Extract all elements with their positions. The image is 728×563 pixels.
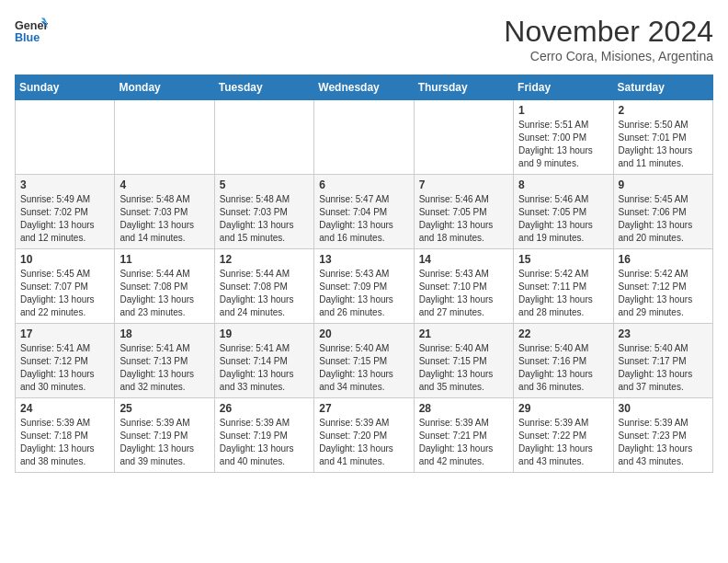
day-info: Sunrise: 5:48 AM Sunset: 7:03 PM Dayligh… — [220, 193, 309, 245]
calendar-cell: 21Sunrise: 5:40 AM Sunset: 7:15 PM Dayli… — [414, 324, 513, 398]
day-info: Sunrise: 5:41 AM Sunset: 7:14 PM Dayligh… — [220, 342, 309, 394]
day-number: 15 — [518, 253, 608, 266]
calendar-cell: 4Sunrise: 5:48 AM Sunset: 7:03 PM Daylig… — [115, 175, 214, 249]
day-info: Sunrise: 5:39 AM Sunset: 7:20 PM Dayligh… — [319, 417, 408, 468]
calendar-cell: 14Sunrise: 5:43 AM Sunset: 7:10 PM Dayli… — [414, 249, 513, 324]
day-number: 27 — [319, 402, 408, 415]
day-info: Sunrise: 5:40 AM Sunset: 7:15 PM Dayligh… — [419, 342, 508, 394]
calendar-cell: 23Sunrise: 5:40 AM Sunset: 7:17 PM Dayli… — [613, 324, 712, 398]
title-block: November 2024 Cerro Cora, Misiones, Arge… — [504, 15, 713, 63]
calendar-cell: 28Sunrise: 5:39 AM Sunset: 7:21 PM Dayli… — [414, 398, 513, 473]
day-number: 10 — [20, 253, 109, 266]
day-number: 22 — [518, 327, 608, 340]
calendar-cell: 7Sunrise: 5:46 AM Sunset: 7:05 PM Daylig… — [414, 175, 513, 249]
logo: General Blue — [15, 15, 48, 48]
calendar-cell: 2Sunrise: 5:50 AM Sunset: 7:01 PM Daylig… — [613, 100, 712, 175]
day-number: 12 — [220, 253, 309, 266]
day-info: Sunrise: 5:43 AM Sunset: 7:09 PM Dayligh… — [319, 268, 408, 319]
week-row-3: 17Sunrise: 5:41 AM Sunset: 7:12 PM Dayli… — [16, 324, 713, 398]
day-number: 25 — [119, 402, 209, 415]
calendar-cell: 12Sunrise: 5:44 AM Sunset: 7:08 PM Dayli… — [214, 249, 313, 324]
week-row-1: 3Sunrise: 5:49 AM Sunset: 7:02 PM Daylig… — [16, 175, 713, 249]
day-number: 26 — [220, 402, 309, 415]
day-number: 1 — [518, 104, 608, 117]
calendar-cell: 3Sunrise: 5:49 AM Sunset: 7:02 PM Daylig… — [16, 175, 115, 249]
day-number: 19 — [220, 327, 309, 340]
day-info: Sunrise: 5:39 AM Sunset: 7:22 PM Dayligh… — [518, 417, 608, 468]
day-info: Sunrise: 5:45 AM Sunset: 7:07 PM Dayligh… — [20, 268, 109, 319]
calendar-cell: 15Sunrise: 5:42 AM Sunset: 7:11 PM Dayli… — [514, 249, 613, 324]
calendar-cell: 22Sunrise: 5:40 AM Sunset: 7:16 PM Dayli… — [514, 324, 613, 398]
weekday-header-row: SundayMondayTuesdayWednesdayThursdayFrid… — [16, 75, 713, 100]
day-number: 4 — [119, 178, 209, 191]
day-info: Sunrise: 5:39 AM Sunset: 7:18 PM Dayligh… — [20, 417, 109, 468]
day-info: Sunrise: 5:41 AM Sunset: 7:13 PM Dayligh… — [119, 342, 209, 394]
week-row-2: 10Sunrise: 5:45 AM Sunset: 7:07 PM Dayli… — [16, 249, 713, 324]
day-number: 6 — [319, 178, 408, 191]
day-number: 30 — [619, 402, 708, 415]
calendar-cell — [414, 100, 513, 175]
calendar-cell — [16, 100, 115, 175]
calendar-cell: 9Sunrise: 5:45 AM Sunset: 7:06 PM Daylig… — [613, 175, 712, 249]
day-number: 18 — [119, 327, 209, 340]
calendar-cell: 5Sunrise: 5:48 AM Sunset: 7:03 PM Daylig… — [214, 175, 313, 249]
week-row-4: 24Sunrise: 5:39 AM Sunset: 7:18 PM Dayli… — [16, 398, 713, 473]
day-number: 24 — [20, 402, 109, 415]
calendar-cell: 11Sunrise: 5:44 AM Sunset: 7:08 PM Dayli… — [115, 249, 214, 324]
weekday-header-wednesday: Wednesday — [314, 75, 414, 100]
day-number: 16 — [619, 253, 708, 266]
weekday-header-friday: Friday — [514, 75, 613, 100]
logo-icon: General Blue — [15, 15, 48, 48]
day-number: 2 — [619, 104, 708, 117]
day-info: Sunrise: 5:41 AM Sunset: 7:12 PM Dayligh… — [20, 342, 109, 394]
day-number: 20 — [319, 327, 408, 340]
day-info: Sunrise: 5:42 AM Sunset: 7:12 PM Dayligh… — [619, 268, 708, 319]
day-info: Sunrise: 5:40 AM Sunset: 7:16 PM Dayligh… — [518, 342, 608, 394]
calendar-cell: 30Sunrise: 5:39 AM Sunset: 7:23 PM Dayli… — [613, 398, 712, 473]
day-number: 17 — [20, 327, 109, 340]
calendar-table: SundayMondayTuesdayWednesdayThursdayFrid… — [15, 75, 713, 473]
week-row-0: 1Sunrise: 5:51 AM Sunset: 7:00 PM Daylig… — [16, 100, 713, 175]
weekday-header-tuesday: Tuesday — [214, 75, 313, 100]
month-title: November 2024 — [504, 15, 713, 49]
calendar-cell — [314, 100, 414, 175]
day-info: Sunrise: 5:40 AM Sunset: 7:15 PM Dayligh… — [319, 342, 408, 394]
location: Cerro Cora, Misiones, Argentina — [504, 49, 713, 63]
calendar-cell: 24Sunrise: 5:39 AM Sunset: 7:18 PM Dayli… — [16, 398, 115, 473]
day-number: 29 — [518, 402, 608, 415]
calendar-cell: 6Sunrise: 5:47 AM Sunset: 7:04 PM Daylig… — [314, 175, 414, 249]
day-number: 28 — [419, 402, 508, 415]
calendar-cell: 8Sunrise: 5:46 AM Sunset: 7:05 PM Daylig… — [514, 175, 613, 249]
day-info: Sunrise: 5:44 AM Sunset: 7:08 PM Dayligh… — [220, 268, 309, 319]
calendar-cell: 29Sunrise: 5:39 AM Sunset: 7:22 PM Dayli… — [514, 398, 613, 473]
day-number: 21 — [419, 327, 508, 340]
weekday-header-saturday: Saturday — [613, 75, 712, 100]
day-number: 13 — [319, 253, 408, 266]
day-number: 8 — [518, 178, 608, 191]
weekday-header-monday: Monday — [115, 75, 214, 100]
calendar-cell: 1Sunrise: 5:51 AM Sunset: 7:00 PM Daylig… — [514, 100, 613, 175]
day-number: 3 — [20, 178, 109, 191]
day-number: 14 — [419, 253, 508, 266]
calendar-cell: 16Sunrise: 5:42 AM Sunset: 7:12 PM Dayli… — [613, 249, 712, 324]
day-info: Sunrise: 5:39 AM Sunset: 7:19 PM Dayligh… — [119, 417, 209, 468]
calendar-cell: 25Sunrise: 5:39 AM Sunset: 7:19 PM Dayli… — [115, 398, 214, 473]
day-info: Sunrise: 5:46 AM Sunset: 7:05 PM Dayligh… — [419, 193, 508, 245]
calendar-cell: 27Sunrise: 5:39 AM Sunset: 7:20 PM Dayli… — [314, 398, 414, 473]
calendar-cell: 10Sunrise: 5:45 AM Sunset: 7:07 PM Dayli… — [16, 249, 115, 324]
calendar-cell: 26Sunrise: 5:39 AM Sunset: 7:19 PM Dayli… — [214, 398, 313, 473]
day-info: Sunrise: 5:47 AM Sunset: 7:04 PM Dayligh… — [319, 193, 408, 245]
day-info: Sunrise: 5:49 AM Sunset: 7:02 PM Dayligh… — [20, 193, 109, 245]
day-info: Sunrise: 5:39 AM Sunset: 7:21 PM Dayligh… — [419, 417, 508, 468]
day-info: Sunrise: 5:43 AM Sunset: 7:10 PM Dayligh… — [419, 268, 508, 319]
day-number: 11 — [119, 253, 209, 266]
calendar-cell: 17Sunrise: 5:41 AM Sunset: 7:12 PM Dayli… — [16, 324, 115, 398]
calendar-cell: 18Sunrise: 5:41 AM Sunset: 7:13 PM Dayli… — [115, 324, 214, 398]
day-info: Sunrise: 5:40 AM Sunset: 7:17 PM Dayligh… — [619, 342, 708, 394]
day-info: Sunrise: 5:44 AM Sunset: 7:08 PM Dayligh… — [119, 268, 209, 319]
day-info: Sunrise: 5:39 AM Sunset: 7:19 PM Dayligh… — [220, 417, 309, 468]
day-info: Sunrise: 5:51 AM Sunset: 7:00 PM Dayligh… — [518, 119, 608, 170]
calendar-cell — [115, 100, 214, 175]
page-header: General Blue November 2024 Cerro Cora, M… — [15, 15, 713, 63]
svg-text:Blue: Blue — [15, 31, 40, 44]
